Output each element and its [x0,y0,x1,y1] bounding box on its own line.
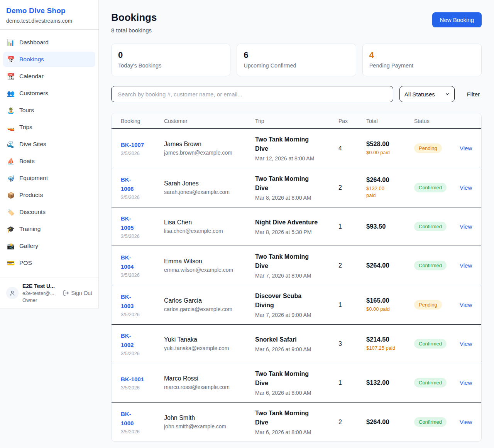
status-filter-select[interactable]: All Statuses [399,86,455,102]
booking-id-link[interactable]: BK-1001 [121,375,164,384]
paid-amount: $0.00 paid [366,149,414,156]
sidebar-item-pos[interactable]: 💳 POS [3,255,95,271]
booking-id-link[interactable]: BK- 1000 [121,409,164,428]
customer-name: James Brown [164,141,255,148]
customer-cell: Sarah Jones sarah.jones@example.com [164,180,255,195]
sidebar-item-products[interactable]: 📦 Products [3,187,95,203]
view-link[interactable]: View [460,184,473,191]
main-content: Bookings 8 total bookings New Booking 0 … [99,0,494,448]
trip-name: Snorkel Safari [255,335,338,344]
customer-cell: John Smith john.smith@example.com [164,414,255,429]
customer-name: Sarah Jones [164,180,255,187]
booking-cell: BK- 1004 3/5/2026 [121,253,164,278]
column-header-customer: Customer [164,118,255,124]
booking-id-link[interactable]: BK- 1003 [121,292,164,311]
trip-datetime: Mar 7, 2026 at 8:00 AM [255,273,338,279]
table-row: BK- 1000 3/5/2026 John Smith john.smith@… [112,403,481,441]
total-amount: $165.00 [366,297,414,304]
status-badge: Confirmed [414,261,447,270]
status-badge: Pending [414,143,442,153]
view-link[interactable]: View [460,379,473,386]
column-header-status: Status [414,118,460,124]
booking-id-link[interactable]: BK- 1004 [121,253,164,271]
customer-name: Marco Rossi [164,375,255,382]
person-icon [9,290,15,296]
paid-amount: $0.00 paid [366,306,414,313]
booking-id-link[interactable]: BK- 1006 [121,175,164,194]
stat-card-upcoming-confirmed: 6 Upcoming Confirmed [237,44,356,76]
total-amount: $214.50 [366,336,414,343]
stats-cards: 0 Today's Bookings 6 Upcoming Confirmed … [111,44,482,76]
sidebar-item-tours[interactable]: 🏝️ Tours [3,103,95,118]
view-link[interactable]: View [460,340,473,347]
user-avatar [6,287,19,299]
customer-cell: Marco Rossi marco.rossi@example.com [164,375,255,390]
sidebar-item-boats[interactable]: ⛵ Boats [3,153,95,169]
booking-id-link[interactable]: BK- 1005 [121,214,164,232]
customer-cell: Emma Wilson emma.wilson@example.com [164,258,255,273]
gallery-icon: 📸 [7,243,17,250]
view-link[interactable]: View [460,419,473,425]
sidebar: Demo Dive Shop demo.test.divestreams.com… [0,0,99,308]
filter-button[interactable]: Filter [465,89,482,100]
new-booking-button[interactable]: New Booking [432,12,482,27]
pax-count: 1 [338,223,366,230]
sidebar-item-bookings[interactable]: 📅 Bookings [3,52,95,67]
sidebar-item-trips[interactable]: 🚤 Trips [3,120,95,135]
sign-out-button[interactable]: Sign Out [63,290,92,296]
page-title-block: Bookings 8 total bookings [111,12,157,34]
booking-id-link[interactable]: BK-1007 [121,140,164,150]
search-input[interactable] [111,86,393,102]
customer-email: sarah.jones@example.com [164,189,255,195]
table-body: BK-1007 3/5/2026 James Brown james.brown… [112,129,481,441]
sidebar-item-gallery[interactable]: 📸 Gallery [3,238,95,254]
trip-cell: Two Tank Morning Dive Mar 8, 2026 at 8:0… [255,174,338,201]
booking-date: 3/5/2026 [121,151,164,156]
sidebar-item-training[interactable]: 🎓 Training [3,221,95,237]
view-link[interactable]: View [460,223,473,230]
table-row: BK- 1005 3/5/2026 Lisa Chen lisa.chen@ex… [112,207,481,246]
user-email: e2e-tester@... [22,290,63,296]
training-icon: 🎓 [7,226,17,233]
sidebar-item-dive-sites[interactable]: 🌊 Dive Sites [3,136,95,152]
status-cell: Pending [414,300,460,310]
pax-count: 4 [338,145,366,152]
sidebar-item-discounts[interactable]: 🏷️ Discounts [3,204,95,220]
sidebar-item-dashboard[interactable]: 📊 Dashboard [3,35,95,50]
pax-count: 1 [338,379,366,386]
boats-icon: ⛵ [7,158,17,165]
booking-date: 3/5/2026 [121,385,164,391]
view-link[interactable]: View [460,301,473,308]
dashboard-icon: 📊 [7,39,17,46]
stat-card-pending-payment: 4 Pending Payment [362,44,482,76]
booking-id-link[interactable]: BK- 1002 [121,331,164,350]
sidebar-item-calendar[interactable]: 📆 Calendar [3,69,95,84]
trip-datetime: Mar 6, 2026 at 8:00 AM [255,429,338,435]
status-badge: Confirmed [414,339,447,349]
booking-date: 3/5/2026 [121,273,164,278]
status-cell: Confirmed [414,378,460,387]
page-title: Bookings [111,12,157,24]
user-role: Owner [22,297,63,303]
shop-domain: demo.test.divestreams.com [6,18,92,24]
view-link[interactable]: View [460,145,473,152]
column-header-total: Total [366,118,414,124]
table-row: BK- 1003 3/5/2026 Carlos Garcia carlos.g… [112,285,481,325]
customer-name: Lisa Chen [164,219,255,226]
table-row: BK- 1004 3/5/2026 Emma Wilson emma.wilso… [112,246,481,285]
total-cell: $264.00 $132.00 paid [366,176,414,199]
sidebar-item-equipment[interactable]: 🤿 Equipment [3,170,95,186]
view-link[interactable]: View [460,262,473,269]
customer-cell: James Brown james.brown@example.com [164,141,255,156]
calendar-icon: 📆 [7,73,17,80]
equipment-icon: 🤿 [7,175,17,182]
sidebar-item-customers[interactable]: 👥 Customers [3,86,95,101]
pax-count: 2 [338,419,366,426]
table-header-row: Booking Customer Trip Pax Total Status [112,113,481,129]
booking-date: 3/5/2026 [121,234,164,239]
trip-cell: Two Tank Morning Dive Mar 12, 2026 at 8:… [255,135,338,162]
total-cell: $93.50 [366,223,414,230]
total-cell: $264.00 [366,262,414,269]
total-amount: $528.00 [366,140,414,148]
dive-sites-icon: 🌊 [7,141,17,148]
